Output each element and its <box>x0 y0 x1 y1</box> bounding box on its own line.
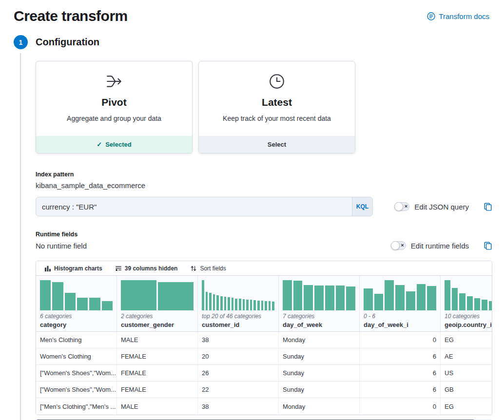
runtime-fields-row: No runtime field × Edit runtime fields <box>36 241 492 250</box>
pivot-card[interactable]: Pivot Aggregate and group your data ✓ Se… <box>36 61 193 153</box>
column-meta: 10 categories <box>445 313 492 320</box>
edit-runtime-fields-toggle[interactable]: × <box>391 241 406 250</box>
grid-cell: 22 <box>198 382 279 398</box>
grid-cell: 0 <box>360 332 441 348</box>
histogram-charts-button[interactable]: Histogram charts <box>38 265 109 272</box>
pivot-footer-label: Selected <box>105 141 131 148</box>
transform-type-cards: Pivot Aggregate and group your data ✓ Se… <box>36 61 504 153</box>
kql-language-button[interactable]: KQL <box>352 197 372 216</box>
grid-cell: GB <box>441 382 492 398</box>
grid-cell: ["Women's Shoes","Wom... <box>36 365 117 381</box>
pivot-selected-footer[interactable]: ✓ Selected <box>36 136 192 153</box>
toggle-off-x-icon: × <box>401 243 404 248</box>
copy-runtime-fields-button[interactable] <box>484 241 492 250</box>
step-header: 1 Configuration <box>14 35 504 49</box>
column-name: day_of_week_i <box>364 321 436 328</box>
transform-docs-link[interactable]: Transform docs <box>427 12 489 20</box>
column-meta: 7 categories <box>283 313 355 320</box>
grid-cell: ["Men's Clothing","Men's ... <box>36 398 117 415</box>
copy-icon <box>484 202 492 211</box>
column-header-customer_id[interactable]: top 20 of 46 categoriescustomer_id <box>198 276 279 331</box>
histogram <box>283 279 355 310</box>
grid-cell: MALE <box>117 398 198 415</box>
grid-body: Men's ClothingMALE38Monday0EGWomen's Clo… <box>36 332 492 415</box>
table-row: ["Women's Shoes","Wom...FEMALE26Sunday6U… <box>36 365 492 382</box>
grid-cell: 6 <box>360 365 441 381</box>
grid-toolbar: Histogram charts 39 columns hidden Sort … <box>36 261 492 276</box>
clock-icon <box>269 73 285 91</box>
grid-cell: Monday <box>279 332 360 348</box>
grid-cell: US <box>441 365 492 381</box>
grid-cell: FEMALE <box>117 348 198 364</box>
grid-cell: Sunday <box>279 348 360 364</box>
grid-cell: 20 <box>198 348 279 364</box>
docs-link-label: Transform docs <box>439 12 489 20</box>
column-header-category[interactable]: 6 categoriescategory <box>36 276 117 331</box>
column-name: day_of_week <box>283 321 355 328</box>
toggle-off-x-icon: × <box>405 204 407 209</box>
latest-footer-label: Select <box>268 141 286 148</box>
column-header-day_of_week_i[interactable]: 0 - 6day_of_week_i <box>360 276 441 331</box>
histogram <box>364 279 436 310</box>
sort-icon <box>190 265 197 272</box>
histogram <box>445 279 492 310</box>
column-name: customer_id <box>202 321 274 328</box>
histogram <box>40 279 113 310</box>
step-number-badge: 1 <box>14 35 28 49</box>
check-icon: ✓ <box>97 141 102 148</box>
grid-cell: EG <box>441 398 492 415</box>
column-name: geoip.country_iso_... <box>445 321 492 328</box>
query-bar: KQL <box>36 197 373 216</box>
pivot-card-title: Pivot <box>101 96 126 108</box>
columns-icon <box>115 265 122 272</box>
column-header-geoipcountry_iso_[interactable]: 10 categoriesgeoip.country_iso_... <box>441 276 492 331</box>
grid-cell: 0 <box>360 398 441 415</box>
sort-fields-button[interactable]: Sort fields <box>184 265 232 272</box>
histogram <box>202 279 274 310</box>
edit-json-query-label: Edit JSON query <box>414 203 469 211</box>
table-row: Women's ClothingFEMALE20Sunday6AE <box>36 348 492 365</box>
histogram <box>121 279 194 310</box>
column-meta: 2 categories <box>121 313 194 320</box>
grid-cell: FEMALE <box>117 382 198 398</box>
query-row: KQL × Edit JSON query <box>36 197 492 216</box>
grid-cell: FEMALE <box>117 365 198 381</box>
grid-cell: Sunday <box>279 365 360 381</box>
grid-cell: Monday <box>279 398 360 415</box>
runtime-fields-label: Runtime fields <box>36 231 504 238</box>
copy-json-query-button[interactable] <box>484 202 492 211</box>
grid-cell: ["Women's Shoes","Wom... <box>36 382 117 398</box>
configuration-step-body: Pivot Aggregate and group your data ✓ Se… <box>20 53 504 420</box>
docs-icon <box>427 12 435 20</box>
grid-cell: 26 <box>198 365 279 381</box>
grid-cell: 6 <box>360 382 441 398</box>
grid-header-row: 6 categoriescategory2 categoriescustomer… <box>36 276 492 332</box>
column-name: customer_gender <box>121 321 194 328</box>
toggle-knob <box>391 241 400 250</box>
table-row: Men's ClothingMALE38Monday0EG <box>36 332 492 348</box>
edit-runtime-controls: × Edit runtime fields <box>391 241 492 250</box>
data-preview-grid: Histogram charts 39 columns hidden Sort … <box>36 261 492 415</box>
table-row: ["Women's Shoes","Wom...FEMALE22Sunday6G… <box>36 382 492 398</box>
column-header-day_of_week[interactable]: 7 categoriesday_of_week <box>279 276 360 331</box>
latest-card-title: Latest <box>262 96 292 108</box>
latest-select-footer[interactable]: Select <box>199 136 355 153</box>
column-header-customer_gender[interactable]: 2 categoriescustomer_gender <box>117 276 198 331</box>
toggle-knob <box>394 202 403 211</box>
index-pattern-label: Index pattern <box>36 171 504 178</box>
columns-hidden-button[interactable]: 39 columns hidden <box>109 265 184 272</box>
pivot-icon <box>106 73 122 91</box>
grid-scroll-area: 6 categoriescategory2 categoriescustomer… <box>36 276 492 415</box>
grid-cell: Women's Clothing <box>36 348 117 364</box>
grid-cell: AE <box>441 348 492 364</box>
edit-json-controls: × Edit JSON query <box>394 202 492 211</box>
table-row: ["Men's Clothing","Men's ...MALE38Monday… <box>36 398 492 415</box>
latest-card-subtitle: Keep track of your most recent data <box>223 115 331 122</box>
edit-json-query-toggle[interactable]: × <box>394 202 409 211</box>
runtime-fields-value: No runtime field <box>36 242 87 250</box>
page-title: Create transform <box>14 8 128 24</box>
latest-card[interactable]: Latest Keep track of your most recent da… <box>198 61 355 153</box>
pivot-card-subtitle: Aggregate and group your data <box>67 115 161 122</box>
kql-query-input[interactable] <box>36 197 352 216</box>
grid-cell: 38 <box>198 398 279 415</box>
